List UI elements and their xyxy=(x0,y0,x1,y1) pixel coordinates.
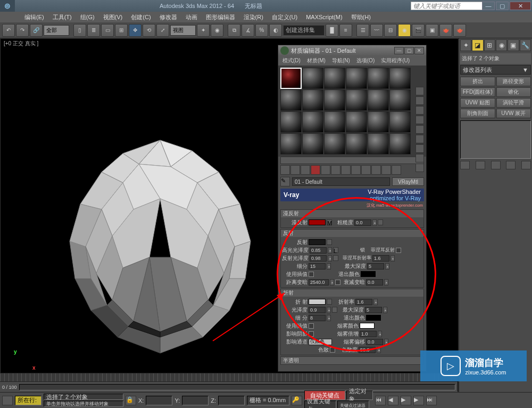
mod-unwrap[interactable]: UVW 展开 xyxy=(496,109,531,118)
move-button[interactable]: ✥ xyxy=(129,24,142,37)
lock-selection-button[interactable]: 🔒 xyxy=(126,396,136,405)
reflect-map-button[interactable] xyxy=(327,239,332,245)
reset-button[interactable] xyxy=(311,165,320,175)
material-slot[interactable] xyxy=(389,111,411,133)
background-button[interactable] xyxy=(415,106,424,115)
show-in-vp-button[interactable] xyxy=(361,165,371,175)
assign-button[interactable] xyxy=(301,165,310,175)
render-prod-button[interactable]: 🫖 xyxy=(453,24,466,37)
window-crossing-button[interactable]: ⊞ xyxy=(115,24,128,37)
abbe-spinner[interactable]: 50.0 xyxy=(359,347,376,353)
viewport-label[interactable]: [+0 正交 真实 ] xyxy=(4,40,38,47)
uv-tile-button[interactable] xyxy=(415,116,424,124)
modify-tab[interactable]: ◪ xyxy=(472,39,483,51)
goto-end-button[interactable]: ⏭ xyxy=(426,396,437,405)
go-parent-button[interactable] xyxy=(381,165,391,175)
material-slot[interactable] xyxy=(280,89,302,111)
matid-channel-button[interactable] xyxy=(351,165,361,175)
motion-tab[interactable]: ◉ xyxy=(496,39,507,51)
options-button[interactable] xyxy=(415,144,424,153)
refl-sub-spinner[interactable]: 15 xyxy=(309,263,326,270)
refr-maxd-spinner[interactable]: 5 xyxy=(365,307,382,313)
refr-gloss-spinner[interactable]: 0.9 xyxy=(309,307,326,313)
mod-bevel[interactable]: 剖角剖面 xyxy=(460,109,495,118)
mod-turbosmooth[interactable]: 涡轮平滑 xyxy=(496,98,531,108)
select-button[interactable]: ▯ xyxy=(73,24,86,37)
menu-edit[interactable]: 编辑(E) xyxy=(21,12,47,22)
goto-start-button[interactable]: ⏮ xyxy=(375,396,386,405)
material-type-button[interactable]: VRayMtl xyxy=(392,177,424,186)
video-check-button[interactable] xyxy=(415,125,424,134)
time-slider[interactable] xyxy=(19,384,455,390)
menu-anim[interactable]: 动画 xyxy=(182,12,201,22)
display-tab[interactable]: ▣ xyxy=(508,39,519,51)
render-button[interactable]: 🫖 xyxy=(439,24,452,37)
layers-button[interactable]: ☰ xyxy=(356,24,369,37)
key-filters-button[interactable]: 关键点过滤器 xyxy=(337,401,369,408)
modifier-list-drop[interactable]: 修改器列表▼ xyxy=(460,65,531,75)
menu-view[interactable]: 视图(V) xyxy=(100,12,126,22)
close-button[interactable]: ✕ xyxy=(510,2,531,10)
material-slot[interactable] xyxy=(346,133,367,154)
material-slot[interactable] xyxy=(346,89,367,111)
pick-material-button[interactable]: ✎ xyxy=(280,177,290,186)
mod-uvwmap[interactable]: UVW 贴图 xyxy=(460,98,495,108)
mod-ffd[interactable]: FFD(圆柱体) xyxy=(460,87,495,97)
dispersion-check[interactable] xyxy=(330,347,335,353)
remove-mod-button[interactable] xyxy=(506,161,516,169)
render-setup-button[interactable]: 🎬 xyxy=(412,24,425,37)
menu-create[interactable]: 创建(C) xyxy=(128,12,154,22)
select-by-mat-button[interactable] xyxy=(415,154,424,162)
diffuse-color-swatch[interactable] xyxy=(309,219,326,225)
make-unique-button[interactable] xyxy=(491,161,501,169)
fresnel-check[interactable] xyxy=(396,248,401,253)
mat-close-button[interactable]: ✕ xyxy=(414,47,424,54)
key-mode-button[interactable]: 🔑 xyxy=(292,396,302,405)
menu-custom[interactable]: 自定义(U) xyxy=(269,12,301,22)
show-end-button[interactable] xyxy=(476,161,485,169)
dim-check[interactable] xyxy=(335,280,340,285)
menu-modifiers[interactable]: 修改器 xyxy=(156,12,180,22)
spinner-snap-button[interactable]: ◐ xyxy=(269,24,282,37)
redo-button[interactable]: ↷ xyxy=(16,24,29,37)
x-coord-input[interactable] xyxy=(146,396,172,405)
maximize-button[interactable]: ▢ xyxy=(496,2,509,10)
get-material-button[interactable] xyxy=(280,165,290,175)
mod-extrude[interactable]: 挤出 xyxy=(460,77,495,86)
material-slot[interactable] xyxy=(389,89,411,111)
mirror-button[interactable]: ▐▌ xyxy=(326,24,338,37)
roughness-map-button[interactable] xyxy=(378,219,383,225)
modifier-stack[interactable] xyxy=(460,120,531,159)
material-editor-titlebar[interactable]: 材质编辑器 - 01 - Default — ▢ ✕ xyxy=(278,45,426,56)
menu-graph[interactable]: 图形编辑器 xyxy=(203,12,238,22)
material-slot[interactable] xyxy=(389,68,411,89)
set-key-button[interactable]: 设置关键点 xyxy=(304,401,336,408)
refract-map-button[interactable] xyxy=(327,299,332,305)
matid-button[interactable] xyxy=(415,164,424,172)
pivot-button[interactable]: ✦ xyxy=(197,24,210,37)
menu-group[interactable]: 组(G) xyxy=(77,12,98,22)
prev-frame-button[interactable]: ◀ xyxy=(388,396,398,405)
show-end-result-button[interactable] xyxy=(371,165,381,175)
align-button[interactable]: ≡ xyxy=(339,24,352,37)
utilities-tab[interactable]: 🔧 xyxy=(520,39,531,51)
maxscript-button[interactable] xyxy=(2,396,13,405)
refr-sub-spinner[interactable]: 8 xyxy=(309,315,326,321)
mat-menu-nav[interactable]: 导航(N) xyxy=(330,56,352,66)
refr-exit-swatch[interactable] xyxy=(366,315,381,321)
create-tab[interactable]: ✦ xyxy=(460,39,471,51)
roughness-spinner[interactable]: 0.0 xyxy=(354,219,371,226)
copy-button[interactable] xyxy=(321,165,330,175)
minimize-button[interactable]: — xyxy=(482,2,495,10)
menu-tools[interactable]: 工具(T) xyxy=(49,12,75,22)
geosphere-object[interactable] xyxy=(54,129,267,364)
put-to-lib-button[interactable] xyxy=(341,165,351,175)
fior-spinner[interactable]: 1.6 xyxy=(372,255,389,262)
y-coord-input[interactable] xyxy=(182,396,209,405)
material-slot[interactable] xyxy=(324,89,345,111)
material-slot[interactable] xyxy=(389,133,411,154)
link-button[interactable]: 🔗 xyxy=(30,24,43,37)
curve-editor-button[interactable]: 〰 xyxy=(370,24,383,37)
play-button[interactable]: ▶ xyxy=(401,396,411,405)
menu-help[interactable]: 帮助(H) xyxy=(348,12,374,22)
